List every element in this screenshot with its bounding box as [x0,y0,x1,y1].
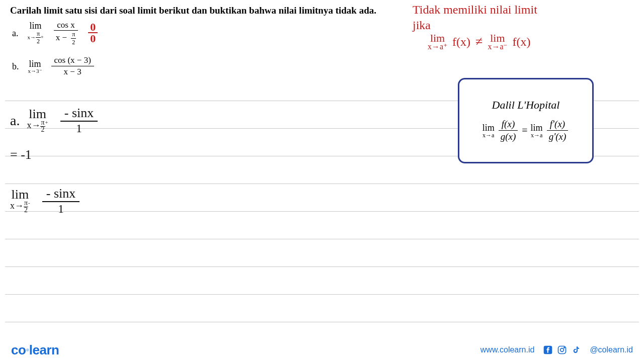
lh-gp: g'(x) [546,131,570,143]
limit-b: lim x→3⁻ [28,59,42,74]
lhopital-equation: lim x→a f(x) g(x) = lim x→a f'(x) g'(x) [482,119,570,143]
red-zero-den: 0 [88,33,98,44]
lh-lim1: lim [482,123,495,132]
lim-text: lim [30,21,42,30]
frac-a-den: x − π 2 [53,31,79,46]
problem-b: b. lim x→3⁻ cos (x − 3) x − 3 [10,55,634,77]
lh-f: f(x) [499,119,518,131]
lh-eq: = [522,125,527,136]
lim-b-sub: x→3⁻ [28,68,42,74]
note-inequality: lim x→a⁺ f(x) ≠ lim x→a⁻ f(x) [413,33,624,50]
work-num2: - sinx [42,186,80,202]
frac-a-pi: π [71,31,76,38]
footer: co•learn www.colearn.id @colearn.id [0,338,644,362]
work-den2: 1 [58,202,64,216]
neq-sign: ≠ [475,34,482,49]
work-lim2-sub: x→π2- [10,200,30,213]
work-lim1: lim [29,108,46,120]
logo-learn: learn [29,342,59,357]
indeterminate-form: 0 0 [88,22,98,44]
svg-point-2 [560,348,564,352]
lh-g: g(x) [498,131,519,143]
lh-sub1: x→a [482,132,494,138]
note-no-limit: Tidak memiliki nilai limit jika lim x→a⁺… [413,3,624,50]
tiktok-icon[interactable] [571,344,582,355]
work-result1: = -1 [10,147,98,162]
logo-co: co [11,342,26,357]
limit-a: lim x→π2+ [28,21,44,46]
social-handle[interactable]: @colearn.id [590,345,633,354]
lim-plus-top: lim [430,33,445,43]
frac-a-num: cos x [54,20,77,31]
work-den1: 1 [76,122,82,135]
lim-a-sub: x→π2+ [28,30,44,46]
note-line2: jika [413,19,624,32]
problem-a-label: a. [12,28,19,39]
logo: co•learn [11,342,59,358]
work-a: a. lim x→π2+ - sinx 1 = -1 [10,106,98,162]
facebook-icon[interactable] [542,344,553,355]
instagram-icon[interactable] [556,344,568,355]
frac-b-num: cos (x − 3) [51,55,94,66]
lh-fp: f'(x) [547,119,568,131]
red-zero-num: 0 [88,22,98,33]
note-line1: Tidak memiliki nilai limit [413,3,624,17]
lhopital-title: Dalil L'Hopital [492,99,560,112]
problem-b-label: b. [12,61,19,72]
work-lim1-sub: x→π2+ [27,120,48,133]
svg-point-3 [564,347,565,348]
lh-sub2: x→a [531,132,542,138]
frac-a-2: 2 [71,39,76,47]
lim-minus-bot: x→a⁻ [488,43,507,50]
lhopital-box: Dalil L'Hopital lim x→a f(x) g(x) = lim … [458,78,594,163]
work-a-label: a. [10,113,20,129]
work-num1: - sinx [60,106,98,122]
fx-right: f(x) [512,35,530,49]
fx-left: f(x) [452,35,470,49]
frac-a: cos x x − π 2 [53,20,79,46]
frac-b: cos (x − 3) x − 3 [51,55,94,77]
work-lim2: lim [12,189,29,200]
frac-a-den-left: x − [56,33,67,43]
work-a-minus: lim x→π2- - sinx 1 [10,186,79,216]
lim-minus-top: lim [490,33,505,43]
lim-b-text: lim [29,59,41,68]
lim-plus-bot: x→a⁺ [428,43,447,50]
website-link[interactable]: www.colearn.id [480,345,535,354]
frac-b-den: x − 3 [61,66,85,77]
lh-lim2: lim [531,123,543,132]
